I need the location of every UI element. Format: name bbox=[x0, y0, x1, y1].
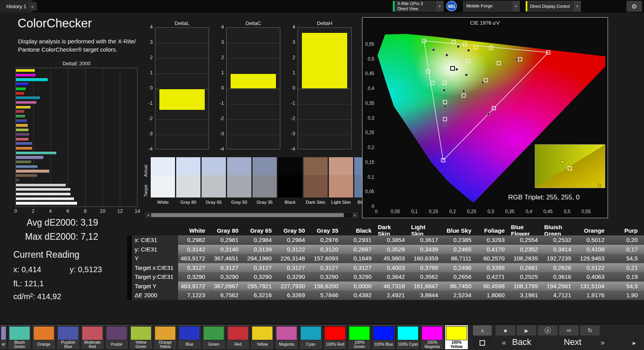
patch-button-magenta[interactable]: Magenta bbox=[275, 325, 298, 350]
gridline bbox=[227, 58, 280, 59]
pattern-source-dropdown[interactable]: Mobile Forge ▾ bbox=[463, 1, 520, 12]
next-chevron-icon[interactable]: » bbox=[601, 338, 605, 347]
axis-tick-label: -3 bbox=[215, 131, 224, 136]
save-button[interactable]: A bbox=[538, 325, 557, 336]
patch-button-100-yellow[interactable]: 100% Yellow bbox=[445, 325, 468, 350]
patch-button-100-red[interactable]: 100% Red bbox=[323, 325, 347, 350]
add-tab-button[interactable]: + bbox=[28, 2, 37, 11]
gridline bbox=[155, 74, 209, 74]
table-cell: 0,17 bbox=[611, 245, 644, 254]
actual-color bbox=[176, 157, 200, 175]
table-cell: 0,4271 bbox=[478, 272, 511, 282]
swatch-scrollbar[interactable]: ◄ ► bbox=[145, 212, 358, 218]
patch-button-yellow-green[interactable]: Yellow Green bbox=[129, 325, 153, 350]
chevron-down-icon[interactable]: ▾ bbox=[512, 1, 520, 11]
table-cell: 0,19 bbox=[611, 272, 644, 282]
patch-button-yellow[interactable]: Yellow bbox=[251, 325, 274, 350]
axis-tick-label: 6 bbox=[67, 208, 69, 214]
chevron-down-icon[interactable]: ▾ bbox=[573, 1, 581, 11]
measurement-marker bbox=[444, 123, 446, 126]
axis-tick-label: 0,5 bbox=[564, 209, 570, 214]
patch-button-green[interactable]: Green bbox=[202, 325, 225, 350]
column-header-gray-50: Gray 50 bbox=[278, 225, 311, 235]
patch-button-orange-yellow[interactable]: Orange Yellow bbox=[153, 325, 177, 350]
patch-button-100-magenta[interactable]: 100% Magenta bbox=[420, 325, 444, 350]
topbar: History 1 + X-Rite i1Pro 3 Direct View ▾… bbox=[0, 0, 644, 13]
chevron-down-icon[interactable]: ▾ bbox=[436, 1, 443, 11]
table-cell: 0,3142 bbox=[178, 245, 211, 254]
deltae-bar-red bbox=[16, 110, 25, 113]
table-cell: 0,1649 bbox=[345, 254, 378, 263]
gridline bbox=[227, 89, 280, 89]
target-color bbox=[278, 175, 302, 197]
patch-button-100-cyan[interactable]: 100% Cyan bbox=[396, 325, 420, 350]
delta-c-plot bbox=[226, 27, 280, 149]
meter-line2: Direct View bbox=[397, 6, 433, 11]
delta-c-chart: DeltaC 43210-1-2-3-4 bbox=[216, 20, 290, 157]
table-cell: 0,3617 bbox=[411, 235, 444, 245]
patch-color bbox=[82, 326, 103, 340]
table-cell: 5,7846 bbox=[311, 291, 345, 300]
deltae-bar-orange-yellow bbox=[16, 124, 28, 127]
deltae-bar-100-yellow bbox=[16, 69, 35, 72]
axis-tick-label: 0,35 bbox=[363, 101, 374, 106]
next-button[interactable]: Next bbox=[564, 337, 581, 347]
patch-button-100-green[interactable]: 100% Green bbox=[348, 325, 371, 350]
swatch-label: Gray 35 bbox=[253, 200, 277, 205]
scroll-right-icon[interactable]: ▶ bbox=[633, 341, 636, 346]
patch-button-er[interactable]: er bbox=[0, 325, 7, 350]
delta-h-plot bbox=[298, 27, 352, 149]
axis-tick-label: 0,55 bbox=[363, 41, 374, 47]
patch-button-moderate-red[interactable]: Moderate Red bbox=[81, 325, 104, 350]
current-reading-label: Current Reading bbox=[13, 249, 79, 260]
table-cell: 161,8847 bbox=[411, 282, 444, 291]
scroll-up-button[interactable]: ∧ bbox=[473, 325, 492, 336]
swatch-label: Gray 80 bbox=[176, 200, 200, 205]
patch-button-100-blue[interactable]: 100% Blue bbox=[372, 325, 395, 350]
deltae-bar-magenta bbox=[16, 101, 37, 104]
table-cell: 60,4598 bbox=[478, 282, 511, 291]
table-cell: 0,2532 bbox=[544, 235, 577, 245]
table-row-y: Y463,9172367,4651294,1980226,3148157,609… bbox=[127, 254, 644, 263]
row-selector bbox=[127, 235, 132, 245]
table-cell: 0,5012 bbox=[577, 235, 611, 245]
display-mode-button[interactable] bbox=[473, 337, 492, 349]
scrollbar-thumb[interactable] bbox=[151, 213, 344, 217]
table-cell: 463,9172 bbox=[178, 282, 211, 291]
display-control-dropdown[interactable]: Direct Display Control ▾ bbox=[525, 1, 581, 12]
table-cell: 0,2554 bbox=[511, 235, 544, 245]
patch-button-blue[interactable]: Blue bbox=[178, 325, 201, 350]
table-cell: 0,2976 bbox=[311, 235, 345, 245]
patch-button-red[interactable]: Red bbox=[226, 325, 250, 350]
patch-color bbox=[300, 326, 321, 340]
patch-button-purplish-blue[interactable]: Purplish Blue bbox=[56, 325, 80, 350]
gridline bbox=[298, 104, 351, 104]
swatch-dark-skin: Dark Skin bbox=[303, 157, 328, 208]
deltae-bar-black bbox=[16, 179, 20, 182]
loop-button[interactable]: ∞ bbox=[559, 325, 579, 336]
back-chevron-icon[interactable]: « bbox=[502, 338, 506, 347]
table-cell: 0,2982 bbox=[178, 235, 211, 245]
scroll-right-icon[interactable]: ► bbox=[352, 213, 358, 217]
stop-button[interactable]: ■ bbox=[496, 325, 515, 336]
back-button[interactable]: Back bbox=[512, 337, 531, 347]
patch-button-bluish-green[interactable]: Bluish Green bbox=[8, 325, 31, 350]
refresh-button[interactable]: ↻ bbox=[580, 325, 600, 336]
meter-dropdown-label: X-Rite i1Pro 3 Direct View bbox=[395, 1, 436, 11]
table-cell: 295,7921 bbox=[245, 282, 278, 291]
play-button[interactable]: ▶ bbox=[517, 325, 536, 336]
table-cell: 0,2465 bbox=[444, 245, 478, 254]
axis-tick-label: 1 bbox=[215, 70, 224, 75]
scroll-left-icon[interactable]: ◄ bbox=[145, 213, 151, 217]
deltac-bar bbox=[230, 74, 276, 89]
table-cell: 0,3854 bbox=[378, 235, 411, 245]
patch-button-purple[interactable]: Purple bbox=[105, 325, 128, 350]
settings-gear-button[interactable]: ⚙ bbox=[626, 1, 642, 12]
patch-button-orange[interactable]: Orange bbox=[32, 325, 56, 350]
play-icon: ▶ bbox=[525, 328, 529, 334]
patch-label: er bbox=[2, 340, 6, 349]
meter-dropdown[interactable]: X-Rite i1Pro 3 Direct View ▾ bbox=[393, 1, 444, 12]
axis-tick-label: 2 bbox=[144, 55, 153, 60]
patch-label: Purplish Blue bbox=[57, 340, 79, 349]
patch-button-cyan[interactable]: Cyan bbox=[299, 325, 323, 350]
